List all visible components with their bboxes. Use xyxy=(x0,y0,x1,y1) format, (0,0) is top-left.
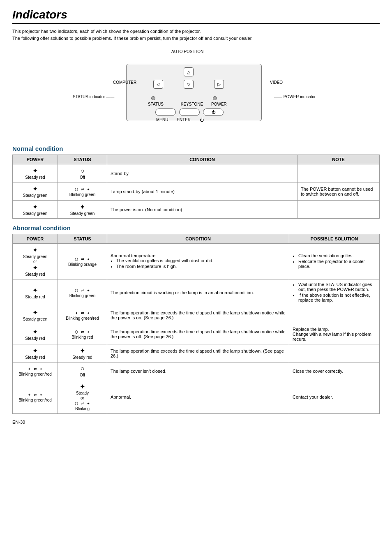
abnormal-condition-table: POWER STATUS CONDITION POSSIBLE SOLUTION… xyxy=(12,234,380,414)
normal-r3-condition: The power is on. (Normal condition) xyxy=(107,201,297,219)
computer-label: COMPUTER xyxy=(113,80,136,85)
footer: EN-30 xyxy=(12,420,380,425)
abnormal-condition-title: Abnormal condition xyxy=(12,224,380,231)
normal-th-power: POWER xyxy=(13,155,58,164)
abnormal-r2-solution: Wait until the STATUS indicator goes out… xyxy=(289,279,380,306)
abnormal-row-3: ✦ Steady green ✦ ⇌ ✦ Blinking green/red … xyxy=(13,306,380,324)
abnormal-r1-status: ○ ⇌ ✦ Blinking orange xyxy=(58,244,107,279)
abnormal-row-7: ✦ ⇌ ✦ Blinking green/red ✦ Steady or ○ ⇌… xyxy=(13,380,380,414)
abnormal-r5-status: ✦ Steady red xyxy=(58,344,107,362)
diagram: AUTO POSITION △ ◁ ▷ ▽ STATUS POWER xyxy=(12,47,380,138)
abnormal-r4-solution: Replace the lamp. Change with a new lamp… xyxy=(289,324,380,344)
abnormal-r7-power: ✦ ⇌ ✦ Blinking green/red xyxy=(13,380,58,414)
normal-r2-power: ✦ Steady green xyxy=(13,182,58,201)
normal-th-status: STATUS xyxy=(58,155,107,164)
auto-position-label: AUTO POSITION xyxy=(171,49,203,54)
abnormal-r7-condition: Abnormal. xyxy=(107,380,289,414)
normal-row-1: ✦ Steady red ○ Off Stand-by xyxy=(13,164,380,182)
normal-r1-note xyxy=(297,164,380,182)
page-title: Indicators xyxy=(12,8,380,24)
abnormal-th-power: POWER xyxy=(13,234,58,244)
abnormal-r6-condition: The lamp cover isn't closed. xyxy=(107,362,289,380)
abnormal-r6-power: ✦ ⇌ ✦ Blinking green/red xyxy=(13,362,58,380)
abnormal-r7-status: ✦ Steady or ○ ⇌ ✦ Blinking xyxy=(58,380,107,414)
abnormal-r1-solution: Clean the ventilation grilles. Relocate … xyxy=(289,244,380,279)
normal-r3-note xyxy=(297,201,380,219)
abnormal-row-6: ✦ ⇌ ✦ Blinking green/red ○ Off The lamp … xyxy=(13,362,380,380)
abnormal-th-condition: CONDITION xyxy=(107,234,289,244)
abnormal-r1-condition: Abnormal temperature The ventilation gri… xyxy=(107,244,289,279)
normal-row-2: ✦ Steady green ○ ⇌ ✦ Blinking green Lamp… xyxy=(13,182,380,201)
abnormal-r3-status: ✦ ⇌ ✦ Blinking green/red xyxy=(58,306,107,324)
normal-r2-condition: Lamp stand-by (about 1 minute) xyxy=(107,182,297,201)
abnormal-r4-power: ✦ Steady red xyxy=(13,324,58,344)
power-indicator-label: —— POWER indicator xyxy=(274,95,316,99)
normal-th-condition: CONDITION xyxy=(107,155,297,164)
normal-r1-condition: Stand-by xyxy=(107,164,297,182)
abnormal-r6-status: ○ Off xyxy=(58,362,107,380)
abnormal-r5-power: ✦ Steady red xyxy=(13,344,58,362)
abnormal-r4-status: ○ ⇌ ✦ Blinking red xyxy=(58,324,107,344)
normal-r3-power: ✦ Steady green xyxy=(13,201,58,219)
abnormal-row-5: ✦ Steady red ✦ Steady red The lamp opera… xyxy=(13,344,380,362)
normal-r1-power: ✦ Steady red xyxy=(13,164,58,182)
abnormal-row-4: ✦ Steady red ○ ⇌ ✦ Blinking red The lamp… xyxy=(13,324,380,344)
abnormal-r1-power: ✦ Steady green or ✦ Steady red xyxy=(13,244,58,279)
abnormal-r5-condition: The lamp operation time exceeds the time… xyxy=(107,344,289,362)
normal-r2-note: The POWER button cannot be used to switc… xyxy=(297,182,380,201)
abnormal-r3-power: ✦ Steady green xyxy=(13,306,58,324)
abnormal-r6-solution: Close the cover correctly. xyxy=(289,362,380,380)
abnormal-row-1: ✦ Steady green or ✦ Steady red ○ ⇌ ✦ Bli… xyxy=(13,244,380,279)
normal-r1-status: ○ Off xyxy=(58,164,107,182)
abnormal-th-status: STATUS xyxy=(58,234,107,244)
normal-r2-status: ○ ⇌ ✦ Blinking green xyxy=(58,182,107,201)
abnormal-r3-condition: The lamp operation time exceeds the time… xyxy=(107,306,289,324)
abnormal-r3-solution xyxy=(289,306,380,324)
normal-row-3: ✦ Steady green ✦ Steady green The power … xyxy=(13,201,380,219)
abnormal-r2-status: ○ ⇌ ✦ Blinking green xyxy=(58,279,107,306)
normal-condition-table: POWER STATUS CONDITION NOTE ✦ Steady red… xyxy=(12,155,380,219)
abnormal-th-solution: POSSIBLE SOLUTION xyxy=(289,234,380,244)
abnormal-row-2: ✦ Steady red ○ ⇌ ✦ Blinking green The pr… xyxy=(13,279,380,306)
abnormal-r5-solution xyxy=(289,344,380,362)
intro-text: This projector has two indicators, each … xyxy=(12,28,380,42)
abnormal-r7-solution: Contact your dealer. xyxy=(289,380,380,414)
abnormal-r4-condition: The lamp operation time exceeds the time… xyxy=(107,324,289,344)
abnormal-r2-power: ✦ Steady red xyxy=(13,279,58,306)
status-indicator-label: STATUS indicator —— xyxy=(73,95,114,99)
normal-r3-status: ✦ Steady green xyxy=(58,201,107,219)
video-label: VIDEO xyxy=(270,80,283,85)
abnormal-r2-condition: The protection circuit is working or the… xyxy=(107,279,289,306)
normal-th-note: NOTE xyxy=(297,155,380,164)
normal-condition-title: Normal condition xyxy=(12,145,380,152)
